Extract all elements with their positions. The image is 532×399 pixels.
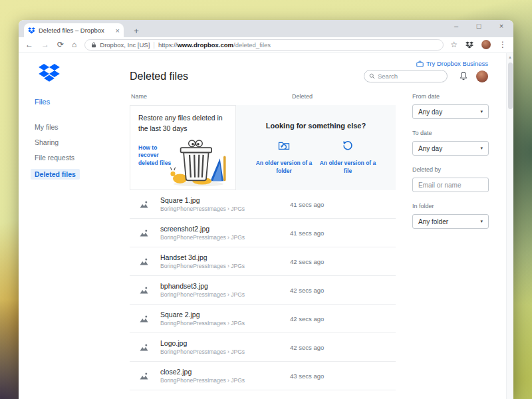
sidebar-item-file-requests[interactable]: File requests [35, 152, 112, 163]
file-deleted-time: 42 secs ago [290, 258, 324, 265]
column-header-name: Name [131, 93, 147, 100]
image-file-icon [139, 229, 149, 237]
to-date-select[interactable]: Any day ▾ [412, 141, 489, 156]
tab-close-icon[interactable]: × [116, 27, 120, 35]
dropbox-extension-icon[interactable] [466, 41, 473, 49]
notifications-bell-icon[interactable] [459, 71, 468, 81]
file-deleted-time: 42 secs ago [290, 315, 324, 323]
bookmark-star-icon[interactable]: ☆ [450, 40, 458, 49]
file-deleted-time: 43 secs ago [290, 372, 324, 380]
page-scrollbar[interactable]: ▲ [506, 53, 513, 399]
older-version-file-option[interactable]: An older version of a file [319, 140, 376, 176]
window-maximize-button[interactable]: □ [475, 22, 483, 30]
column-header-deleted: Deleted [292, 93, 313, 100]
new-tab-button[interactable]: + [130, 26, 142, 36]
file-name: bphandset3.jpg [160, 282, 245, 290]
file-path: BoringPhonePressImages › JPGs [160, 320, 245, 327]
file-row[interactable]: bphandset3.jpg BoringPhonePressImages › … [130, 276, 396, 305]
in-folder-label: In folder [412, 203, 489, 209]
file-name: Square 1.jpg [160, 196, 245, 204]
file-row[interactable]: Square 2.jpg BoringPhonePressImages › JP… [130, 305, 396, 333]
browser-tab[interactable]: Deleted files – Dropbox × [24, 23, 124, 37]
omnibox-separator: | [153, 41, 155, 49]
file-row[interactable]: screenshot2.jpg BoringPhonePressImages ›… [130, 219, 396, 247]
briefcase-icon [416, 61, 424, 67]
trash-illustration [164, 137, 233, 188]
file-path: BoringPhonePressImages › JPGs [160, 348, 245, 355]
image-file-icon [139, 343, 149, 352]
chevron-down-icon: ▾ [480, 109, 483, 114]
from-date-label: From date [412, 93, 489, 100]
file-name: close2.jpg [160, 368, 245, 376]
file-path: BoringPhonePressImages › JPGs [160, 205, 245, 212]
file-path: BoringPhonePressImages › JPGs [160, 263, 245, 269]
file-list-column: Name Deleted Restore any files deleted i… [130, 93, 396, 399]
from-date-select[interactable]: Any day ▾ [412, 104, 489, 119]
try-dropbox-business-link[interactable]: Try Dropbox Business [416, 60, 488, 67]
looking-for-card: Looking for something else? An older ver… [236, 105, 396, 190]
older-version-folder-option[interactable]: An older version of a folder [255, 140, 313, 176]
search-input[interactable] [378, 72, 438, 80]
file-row[interactable]: Handset 3d.jpg BoringPhonePressImages › … [130, 247, 396, 276]
search-box[interactable] [364, 70, 448, 82]
forward-icon[interactable]: → [41, 40, 49, 49]
file-row[interactable]: Logo.jpg BoringPhonePressImages › JPGs 4… [130, 333, 396, 362]
file-row[interactable]: Square 1.jpg BoringPhonePressImages › JP… [130, 190, 396, 219]
image-file-icon [139, 200, 149, 209]
page-title: Deleted files [130, 70, 188, 82]
sidebar-item-sharing[interactable]: Sharing [35, 137, 112, 148]
file-name: Handset 3d.jpg [160, 253, 245, 261]
to-date-label: To date [412, 130, 489, 136]
scrollbar-up-arrow[interactable]: ▲ [507, 53, 513, 59]
main-content: Try Dropbox Business Deleted files [112, 53, 513, 399]
sidebar: Files My filesSharingFile requestsDelete… [19, 53, 112, 399]
dropbox-logo[interactable] [39, 64, 60, 82]
back-icon[interactable]: ← [25, 40, 33, 49]
sidebar-section-files[interactable]: Files [35, 98, 112, 106]
file-name: screenshot2.jpg [160, 225, 245, 233]
file-deleted-time: 41 secs ago [290, 229, 324, 237]
restore-info-card: Restore any files deleted in the last 30… [130, 105, 236, 190]
restore-info-text: Restore any files deleted in the last 30… [138, 113, 229, 134]
file-deleted-time: 41 secs ago [290, 201, 324, 208]
sidebar-item-my-files[interactable]: My files [35, 122, 112, 132]
deleted-by-label: Deleted by [412, 166, 489, 173]
file-path: BoringPhonePressImages › JPGs [160, 377, 245, 384]
sidebar-item-deleted-files[interactable]: Deleted files [31, 169, 80, 180]
window-close-button[interactable]: × [497, 22, 505, 30]
home-icon[interactable]: ⌂ [72, 40, 76, 49]
browser-menu-icon[interactable]: ⋮ [499, 40, 507, 49]
file-deleted-time: 42 secs ago [290, 287, 324, 294]
looking-for-title: Looking for something else? [236, 122, 396, 130]
tab-strip: Deleted files – Dropbox × + – □ × [19, 20, 513, 37]
browser-profile-avatar[interactable] [481, 40, 491, 49]
search-icon [369, 73, 375, 79]
dropbox-page: Files My filesSharingFile requestsDelete… [19, 53, 513, 399]
info-banner: Restore any files deleted in the last 30… [130, 105, 396, 190]
page-url: https://www.dropbox.com/deleted_files [158, 41, 271, 49]
window-minimize-button[interactable]: – [452, 22, 460, 30]
sidebar-items: My filesSharingFile requestsDeleted file… [19, 122, 112, 184]
account-avatar[interactable] [476, 70, 488, 82]
deleted-by-input[interactable] [412, 178, 489, 192]
in-folder-select[interactable]: Any folder ▾ [412, 214, 489, 229]
image-file-icon [139, 257, 149, 266]
file-path: BoringPhonePressImages › JPGs [160, 291, 245, 298]
reload-icon[interactable]: ⟳ [57, 40, 64, 49]
file-name: Square 2.jpg [160, 311, 245, 319]
chevron-down-icon: ▾ [480, 219, 483, 224]
file-path: BoringPhonePressImages › JPGs [160, 234, 245, 241]
file-row[interactable]: close2.jpg BoringPhonePressImages › JPGs… [130, 362, 396, 390]
file-name: Logo.jpg [160, 339, 245, 347]
cert-label: Dropbox, Inc [US] [100, 41, 150, 49]
image-file-icon [139, 315, 149, 323]
scrollbar-thumb[interactable] [508, 63, 513, 109]
tab-title: Deleted files – Dropbox [39, 27, 112, 34]
address-bar[interactable]: Dropbox, Inc [US] | https://www.dropbox.… [84, 39, 444, 51]
image-file-icon [139, 372, 149, 380]
image-file-icon [139, 286, 149, 295]
filters-panel: From date Any day ▾ To date Any day ▾ De… [412, 93, 489, 399]
file-row[interactable] [130, 390, 396, 399]
browser-window: Deleted files – Dropbox × + – □ × ← → ⟳ … [19, 20, 513, 399]
chevron-down-icon: ▾ [480, 146, 483, 151]
